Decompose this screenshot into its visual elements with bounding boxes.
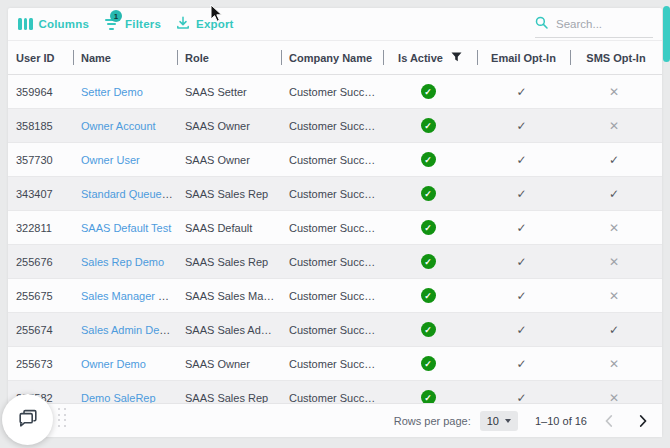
cell-user-id: 255675 <box>8 279 73 313</box>
export-button-label: Export <box>196 18 234 30</box>
rows-per-page-value: 10 <box>487 415 499 427</box>
cell-sms-opt-in: ✓ <box>570 313 662 347</box>
search-input[interactable] <box>554 17 650 31</box>
filters-count-badge: 1 <box>110 10 122 22</box>
cell-sms-opt-in: ✕ <box>570 347 662 381</box>
cell-name: Sales Rep Demo <box>73 245 177 279</box>
cell-company: Customer Success Trainin... <box>281 347 383 381</box>
search-box <box>535 15 653 38</box>
cell-role: SAAS Sales Admin <box>177 313 281 347</box>
vertical-scrollbar-thumb[interactable] <box>663 6 670 62</box>
cell-sms-opt-in: ✕ <box>570 211 662 245</box>
select-caret-icon <box>505 419 511 423</box>
col-header-company-name[interactable]: Company Name <box>281 41 383 75</box>
col-header-email-opt-in[interactable]: Email Opt-In <box>477 41 570 75</box>
active-check-icon: ✓ <box>421 356 436 371</box>
chat-launcher-button[interactable] <box>2 394 53 445</box>
cross-icon: ✕ <box>609 289 619 303</box>
cell-role: SAAS Owner <box>177 347 281 381</box>
col-header-user-id[interactable]: User ID <box>8 41 73 75</box>
users-table: User ID Name Role Company Name Is Active <box>8 41 662 415</box>
check-icon: ✓ <box>516 187 526 201</box>
user-name-link[interactable]: Standard Queue Test Rep <box>81 188 177 200</box>
user-name-link[interactable]: SAAS Default Test <box>81 222 171 234</box>
active-check-icon: ✓ <box>421 288 436 303</box>
active-filter-funnel-icon[interactable] <box>451 52 462 64</box>
user-name-link[interactable]: Owner Account <box>81 120 156 132</box>
check-icon: ✓ <box>516 357 526 371</box>
col-header-is-active[interactable]: Is Active <box>383 41 477 75</box>
cell-role: SAAS Owner <box>177 109 281 143</box>
widget-drag-handle[interactable] <box>58 408 66 427</box>
cell-role: SAAS Sales Rep <box>177 245 281 279</box>
table-row: 322811SAAS Default TestSAAS DefaultCusto… <box>8 211 662 245</box>
cell-company: Customer Success Trainin... <box>281 177 383 211</box>
check-icon: ✓ <box>516 289 526 303</box>
cross-icon: ✕ <box>609 85 619 99</box>
columns-icon <box>18 18 33 30</box>
search-icon <box>535 15 548 33</box>
cell-is-active: ✓ <box>383 279 477 313</box>
cell-name: Owner Account <box>73 109 177 143</box>
cell-user-id: 343407 <box>8 177 73 211</box>
user-name-link[interactable]: Sales Manager Demo <box>81 290 177 302</box>
cell-company: Customer Success Trainin... <box>281 75 383 109</box>
cell-sms-opt-in: ✓ <box>570 143 662 177</box>
cross-icon: ✕ <box>609 119 619 133</box>
rows-per-page-select[interactable]: 10 <box>480 411 518 431</box>
filters-button-label: Filters <box>125 18 161 30</box>
cell-company: Customer Success Trainin... <box>281 313 383 347</box>
cell-sms-opt-in: ✕ <box>570 109 662 143</box>
cell-is-active: ✓ <box>383 75 477 109</box>
cell-sms-opt-in: ✕ <box>570 75 662 109</box>
cell-email-opt-in: ✓ <box>477 177 570 211</box>
cell-company: Customer Success Trainin... <box>281 279 383 313</box>
app-window: Columns 1 Filters Export <box>0 0 670 448</box>
check-icon: ✓ <box>516 119 526 133</box>
cell-user-id: 322811 <box>8 211 73 245</box>
grid-toolbar: Columns 1 Filters Export <box>8 8 662 41</box>
col-header-role[interactable]: Role <box>177 41 281 75</box>
user-name-link[interactable]: Owner User <box>81 154 140 166</box>
active-check-icon: ✓ <box>421 84 436 99</box>
table-row: 343407Standard Queue Test RepSAAS Sales … <box>8 177 662 211</box>
cell-name: Owner Demo <box>73 347 177 381</box>
cell-is-active: ✓ <box>383 109 477 143</box>
cell-name: Sales Manager Demo <box>73 279 177 313</box>
user-name-link[interactable]: Owner Demo <box>81 358 146 370</box>
table-row: 255675Sales Manager DemoSAAS Sales Manag… <box>8 279 662 313</box>
user-name-link[interactable]: Demo SaleRep <box>81 392 156 404</box>
cell-is-active: ✓ <box>383 143 477 177</box>
cell-email-opt-in: ✓ <box>477 109 570 143</box>
cell-user-id: 357730 <box>8 143 73 177</box>
cell-role: SAAS Owner <box>177 143 281 177</box>
cell-sms-opt-in: ✕ <box>570 245 662 279</box>
cell-name: Standard Queue Test Rep <box>73 177 177 211</box>
check-icon: ✓ <box>609 323 619 337</box>
user-name-link[interactable]: Setter Demo <box>81 86 143 98</box>
check-icon: ✓ <box>516 221 526 235</box>
rows-per-page-label: Rows per page: <box>394 415 471 427</box>
filters-button[interactable]: 1 Filters <box>104 18 161 30</box>
user-name-link[interactable]: Sales Admin Demo <box>81 324 175 336</box>
col-header-name[interactable]: Name <box>73 41 177 75</box>
next-page-button[interactable] <box>635 413 651 429</box>
active-check-icon: ✓ <box>421 186 436 201</box>
cell-role: SAAS Setter <box>177 75 281 109</box>
columns-button[interactable]: Columns <box>18 18 89 30</box>
cell-sms-opt-in: ✕ <box>570 279 662 313</box>
user-name-link[interactable]: Sales Rep Demo <box>81 256 164 268</box>
cell-company: Customer Success Trainin... <box>281 109 383 143</box>
cell-company: Customer Success Trainin... <box>281 211 383 245</box>
cell-name: Setter Demo <box>73 75 177 109</box>
cell-user-id: 358185 <box>8 109 73 143</box>
cell-company: Customer Success Trainin... <box>281 245 383 279</box>
previous-page-button[interactable] <box>601 413 617 429</box>
export-button[interactable]: Export <box>176 16 234 32</box>
columns-button-label: Columns <box>39 18 90 30</box>
cell-name: Sales Admin Demo <box>73 313 177 347</box>
col-header-sms-opt-in[interactable]: SMS Opt-In <box>570 41 662 75</box>
check-icon: ✓ <box>609 187 619 201</box>
cell-is-active: ✓ <box>383 211 477 245</box>
cell-user-id: 255674 <box>8 313 73 347</box>
